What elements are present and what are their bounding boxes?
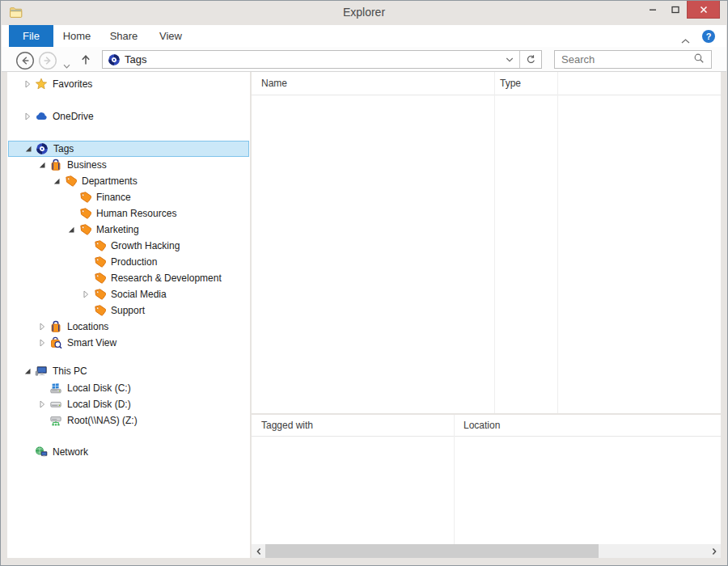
list-header: Name Type — [252, 72, 721, 95]
close-button[interactable] — [687, 1, 720, 19]
collapse-arrow-icon[interactable] — [66, 225, 76, 234]
tree-item-human-resources[interactable]: Human Resources — [8, 205, 249, 222]
expand-arrow-icon[interactable] — [37, 322, 47, 332]
address-dropdown-button[interactable] — [500, 51, 519, 68]
tree-item-label: Business — [67, 159, 107, 171]
tab-home[interactable]: Home — [53, 25, 100, 47]
back-button[interactable] — [15, 51, 35, 70]
tree-item-marketing[interactable]: Marketing — [8, 222, 249, 238]
tab-share[interactable]: Share — [100, 25, 147, 47]
bag-icon — [49, 320, 62, 333]
tree-item-label: Root(\\NAS) (Z:) — [67, 415, 138, 426]
network-icon — [35, 446, 48, 458]
expand-arrow-icon[interactable] — [37, 338, 47, 348]
twisty-spacer — [66, 209, 76, 218]
column-header-type[interactable]: Type — [500, 72, 521, 95]
tree-item-label: Local Disk (D:) — [67, 399, 131, 410]
twisty-spacer — [37, 416, 47, 425]
tree-item-production[interactable]: Production — [8, 254, 249, 270]
tags-logo-icon — [36, 142, 49, 155]
tag-icon — [78, 223, 91, 236]
collapse-arrow-icon[interactable] — [52, 176, 61, 186]
tree-item-growth-hacking[interactable]: Growth Hacking — [8, 238, 249, 254]
address-bar[interactable]: Tags — [102, 50, 542, 69]
window-title: Explorer — [1, 6, 727, 19]
search-placeholder: Search — [555, 53, 693, 65]
collapse-arrow-icon[interactable] — [23, 144, 33, 154]
column-header-name[interactable]: Name — [261, 72, 287, 95]
tree-item-network[interactable]: Network — [8, 444, 249, 460]
file-list-panel: Name Type — [252, 72, 721, 413]
tree-item-departments[interactable]: Departments — [8, 173, 249, 189]
address-text: Tags — [125, 53, 500, 65]
tree-item-label: Favorites — [53, 78, 92, 90]
tree-item-tags[interactable]: Tags — [8, 141, 249, 157]
collapse-arrow-icon[interactable] — [23, 366, 32, 376]
tree-item-label: Smart View — [67, 337, 116, 348]
tree-item-label: Locations — [67, 321, 108, 332]
tree-item-smart-view[interactable]: Smart View — [8, 335, 249, 351]
tags-logo-icon — [108, 53, 121, 66]
collapse-arrow-icon[interactable] — [37, 160, 47, 170]
tree-item-label: Tags — [53, 143, 74, 154]
up-button[interactable] — [79, 53, 92, 66]
twisty-spacer — [81, 306, 91, 315]
column-gridline — [557, 72, 558, 413]
search-input[interactable]: Search — [554, 50, 712, 69]
tree-item-finance[interactable]: Finance — [8, 189, 249, 205]
maximize-button[interactable] — [664, 1, 687, 19]
tree-item-root-nas-z[interactable]: Root(\\NAS) (Z:) — [8, 412, 249, 429]
tree-item-social-media[interactable]: Social Media — [8, 286, 249, 302]
tree-item-locations[interactable]: Locations — [8, 319, 249, 335]
expand-arrow-icon[interactable] — [37, 399, 47, 409]
recent-locations-chevron-icon[interactable] — [63, 57, 70, 62]
tree-item-business[interactable]: Business — [8, 157, 249, 173]
scroll-left-icon[interactable] — [252, 544, 265, 558]
tree-item-this-pc[interactable]: This PC — [8, 363, 249, 379]
twisty-spacer — [66, 192, 76, 202]
tree-item-label: Production — [111, 256, 157, 268]
expand-arrow-icon[interactable] — [23, 79, 32, 89]
tag-icon — [93, 239, 106, 252]
tag-icon — [93, 256, 106, 268]
twisty-spacer — [81, 257, 91, 267]
bottom-list-header: Tagged with Location — [252, 415, 721, 437]
disk-net-icon — [49, 414, 62, 427]
star-icon — [35, 78, 48, 91]
tag-icon — [78, 191, 91, 204]
minimize-button[interactable] — [641, 1, 664, 19]
expand-arrow-icon[interactable] — [23, 112, 32, 121]
tab-file[interactable]: File — [9, 25, 53, 47]
forward-button[interactable] — [38, 51, 57, 70]
column-header-location[interactable]: Location — [463, 415, 500, 436]
tree-item-label: Support — [111, 305, 145, 316]
tag-icon — [93, 304, 106, 317]
twisty-spacer — [81, 273, 91, 283]
tab-view[interactable]: View — [147, 25, 194, 47]
titlebar[interactable]: Explorer — [1, 1, 727, 25]
tree-item-support[interactable]: Support — [8, 302, 249, 319]
navigation-bar: Tags Search — [2, 47, 726, 72]
tree-item-onedrive[interactable]: OneDrive — [8, 108, 249, 125]
cloud-icon — [35, 110, 48, 123]
tree-item-local-disk-d[interactable]: Local Disk (D:) — [8, 396, 249, 412]
tree-item-label: Growth Hacking — [111, 240, 180, 251]
scroll-right-icon[interactable] — [707, 544, 721, 558]
refresh-button[interactable] — [519, 51, 541, 68]
column-header-tagged-with[interactable]: Tagged with — [261, 415, 313, 436]
collapse-ribbon-icon[interactable] — [680, 33, 691, 40]
tree-item-favorites[interactable]: Favorites — [8, 76, 249, 92]
expand-arrow-icon[interactable] — [81, 289, 91, 299]
tree-item-local-disk-c[interactable]: Local Disk (C:) — [8, 380, 249, 396]
navigation-tree-panel: FavoritesOneDriveTagsBusinessDepartments… — [7, 72, 250, 558]
tree-item-label: Network — [53, 446, 88, 458]
horizontal-scrollbar[interactable] — [252, 544, 721, 558]
tag-icon — [93, 272, 106, 285]
scrollbar-thumb[interactable] — [265, 544, 599, 558]
column-gridline — [494, 72, 495, 413]
help-icon[interactable]: ? — [702, 30, 715, 43]
tree-item-label: This PC — [53, 365, 87, 377]
tree-item-label: Departments — [82, 175, 138, 187]
tree-item-research-development[interactable]: Research & Development — [8, 270, 249, 286]
twisty-spacer — [81, 241, 91, 251]
